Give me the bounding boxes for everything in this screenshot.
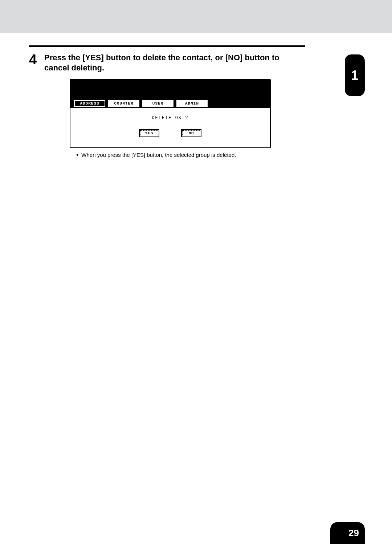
step-instruction: Press the [YES] button to delete the con… — [44, 53, 305, 73]
yes-button[interactable]: YES — [139, 129, 159, 137]
lcd-tab-user[interactable]: USER — [142, 100, 173, 107]
lcd-panel: ADDRESS COUNTER USER ADMIN DELETE OK ? Y… — [70, 79, 271, 148]
lcd-tab-counter[interactable]: COUNTER — [108, 100, 139, 107]
header-bar — [0, 0, 392, 33]
lcd-tab-address[interactable]: ADDRESS — [74, 100, 105, 107]
lcd-body: DELETE OK ? YES NO — [70, 108, 270, 147]
bullet-icon: • — [76, 152, 78, 158]
lcd-tab-row: ADDRESS COUNTER USER ADMIN — [70, 99, 270, 108]
section-rule — [29, 45, 305, 47]
lcd-prompt: DELETE OK ? — [70, 115, 270, 121]
page-content: 4 Press the [YES] button to delete the c… — [0, 33, 392, 158]
page-number-tab: 29 — [330, 522, 365, 544]
lcd-tab-admin[interactable]: ADMIN — [176, 100, 208, 107]
no-button[interactable]: NO — [181, 129, 201, 137]
step-number: 4 — [29, 53, 40, 66]
step-row: 4 Press the [YES] button to delete the c… — [29, 53, 305, 73]
lcd-header-strip — [70, 80, 270, 99]
bullet-text: When you press the [YES] button, the sel… — [81, 152, 236, 158]
bullet-note: • When you press the [YES] button, the s… — [76, 152, 363, 158]
lcd-buttons: YES NO — [70, 129, 270, 137]
